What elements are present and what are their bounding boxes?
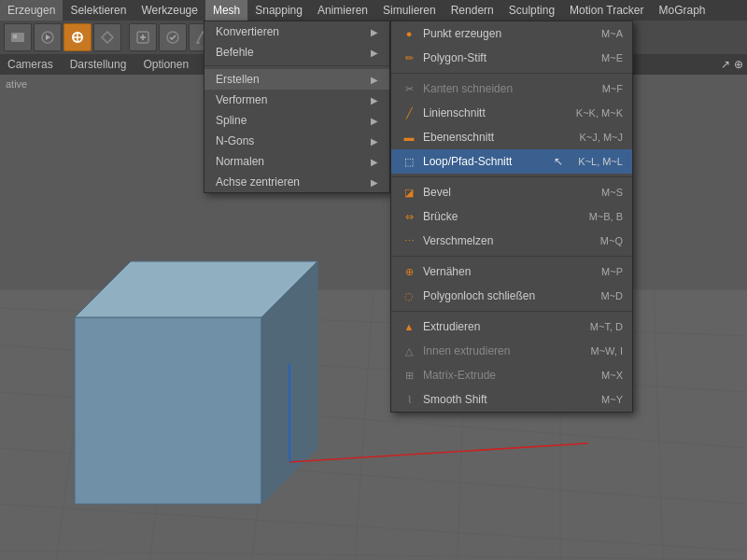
- menu-animieren[interactable]: Animieren: [310, 0, 375, 21]
- polygonloch-icon: ◌: [401, 287, 417, 304]
- tool-btn-1[interactable]: [4, 23, 32, 51]
- menu-snapping[interactable]: Snapping: [247, 0, 310, 21]
- svg-line-42: [654, 289, 663, 560]
- erstellen-polygonloch[interactable]: ◌ Polygonloch schließen M~D: [391, 284, 632, 308]
- bevel-icon: ◪: [401, 184, 417, 201]
- extrude-icon: ▲: [401, 318, 417, 335]
- svg-line-33: [0, 448, 747, 504]
- smooth-icon: ⌇: [401, 391, 417, 408]
- erstellen-polygon-stift[interactable]: ✏ Polygon-Stift M~E: [391, 46, 632, 70]
- menu-erzeugen[interactable]: Erzeugen: [0, 0, 63, 21]
- tool-btn-4[interactable]: [93, 23, 121, 51]
- viewport-label: ative: [6, 78, 27, 90]
- punkt-icon: ●: [401, 25, 417, 42]
- menu-normalen[interactable]: Normalen: [204, 151, 389, 172]
- erstellen-punkt-erzeugen[interactable]: ● Punkt erzeugen M~A: [391, 21, 632, 46]
- svg-marker-45: [261, 261, 317, 504]
- erstellen-ebenenschnitt[interactable]: ▬ Ebenenschnitt K~J, M~J: [391, 125, 632, 149]
- sep-1: [391, 73, 632, 74]
- erstellen-submenu: ● Punkt erzeugen M~A ✏ Polygon-Stift M~E…: [390, 21, 633, 413]
- svg-line-38: [252, 289, 280, 560]
- erstellen-vernaehen[interactable]: ⊕ Vernähen M~P: [391, 259, 632, 284]
- svg-line-35: [0, 551, 747, 560]
- cursor-arrow: ↖: [554, 155, 563, 168]
- svg-line-39: [355, 289, 374, 560]
- menu-ngons[interactable]: N-Gons: [204, 131, 389, 151]
- menu-verformen[interactable]: Verformen: [204, 90, 389, 110]
- sep-3: [391, 256, 632, 257]
- menu-selektieren[interactable]: Selektieren: [63, 0, 134, 21]
- kanten-icon: ✂: [401, 80, 417, 97]
- menu-motion-tracker[interactable]: Motion Tracker: [562, 0, 651, 21]
- menu-erstellen[interactable]: Erstellen: [204, 69, 389, 90]
- menu-sculpting[interactable]: Sculpting: [501, 0, 562, 21]
- verschmelzen-icon: ⋯: [401, 232, 417, 249]
- toolbar2-darstellung[interactable]: Darstellung: [66, 56, 131, 73]
- erstellen-smooth-shift[interactable]: ⌇ Smooth Shift M~Y: [391, 387, 632, 412]
- menu-bar: Erzeugen Selektieren Werkzeuge Mesh Snap…: [0, 0, 747, 21]
- toolbar2-cameras[interactable]: Cameras: [4, 56, 57, 73]
- tool-btn-2[interactable]: [34, 23, 62, 51]
- erstellen-verschmelzen[interactable]: ⋯ Verschmelzen M~Q: [391, 229, 632, 253]
- mesh-dropdown: Konvertieren Befehle Erstellen Verformen…: [204, 21, 390, 193]
- svg-line-46: [289, 443, 588, 462]
- svg-line-32: [0, 392, 747, 448]
- menu-simulieren[interactable]: Simulieren: [375, 0, 444, 21]
- svg-rect-28: [0, 289, 747, 560]
- svg-rect-1: [13, 35, 17, 38]
- erstellen-kanten-schneiden[interactable]: ✂ Kanten schneiden M~F: [391, 77, 632, 101]
- bruecke-icon: ⇔: [401, 208, 417, 225]
- linie-icon: ╱: [401, 105, 417, 121]
- erstellen-bevel[interactable]: ◪ Bevel M~S: [391, 180, 632, 204]
- toolbar2-optionen[interactable]: Optionen: [139, 56, 192, 73]
- ebene-icon: ▬: [401, 129, 417, 146]
- inset-icon: △: [401, 343, 417, 359]
- svg-line-31: [0, 345, 747, 392]
- erstellen-linienschnitt[interactable]: ╱ Linienschnitt K~K, M~K: [391, 101, 632, 125]
- erstellen-matrix-extrude[interactable]: ⊞ Matrix-Extrude M~X: [391, 363, 632, 387]
- toolbar2-icon-plus[interactable]: ⊕: [734, 58, 743, 71]
- menu-mograph[interactable]: MoGraph: [651, 0, 712, 21]
- menu-konvertieren[interactable]: Konvertieren: [204, 21, 389, 42]
- svg-line-34: [0, 504, 747, 551]
- menu-werkzeuge[interactable]: Werkzeuge: [134, 0, 204, 21]
- menu-rendern[interactable]: Rendern: [444, 0, 501, 21]
- erstellen-loop-pfad-schnitt[interactable]: ⬚ Loop/Pfad-Schnitt ↖ K~L, M~L: [391, 149, 632, 174]
- vernaehen-icon: ⊕: [401, 263, 417, 280]
- tool-btn-6[interactable]: [159, 23, 187, 51]
- menu-befehle[interactable]: Befehle: [204, 42, 389, 63]
- svg-marker-44: [75, 261, 317, 317]
- tool-btn-5[interactable]: [129, 23, 157, 51]
- stift-icon: ✏: [401, 49, 417, 66]
- svg-marker-43: [75, 317, 261, 504]
- menu-spline[interactable]: Spline: [204, 110, 389, 131]
- sep-4: [391, 311, 632, 312]
- tool-btn-orange-1[interactable]: [63, 23, 92, 51]
- menu-mesh[interactable]: Mesh: [205, 0, 247, 21]
- svg-line-36: [56, 289, 93, 560]
- svg-line-30: [0, 308, 747, 336]
- toolbar2-icon-arrow[interactable]: ↗: [721, 58, 730, 71]
- menu-sep-1: [204, 65, 389, 66]
- sep-2: [391, 176, 632, 177]
- toolbar2-right: ↗ ⊕: [721, 58, 743, 71]
- erstellen-bruecke[interactable]: ⇔ Brücke M~B, B: [391, 204, 632, 229]
- erstellen-extrudieren[interactable]: ▲ Extrudieren M~T, D: [391, 315, 632, 339]
- menu-achse-zentrieren[interactable]: Achse zentrieren: [204, 172, 389, 192]
- svg-line-37: [149, 289, 187, 560]
- loop-icon: ⬚: [401, 153, 417, 170]
- erstellen-innen-extrudieren[interactable]: △ Innen extrudieren M~W, I: [391, 339, 632, 363]
- matrix-icon: ⊞: [401, 367, 417, 384]
